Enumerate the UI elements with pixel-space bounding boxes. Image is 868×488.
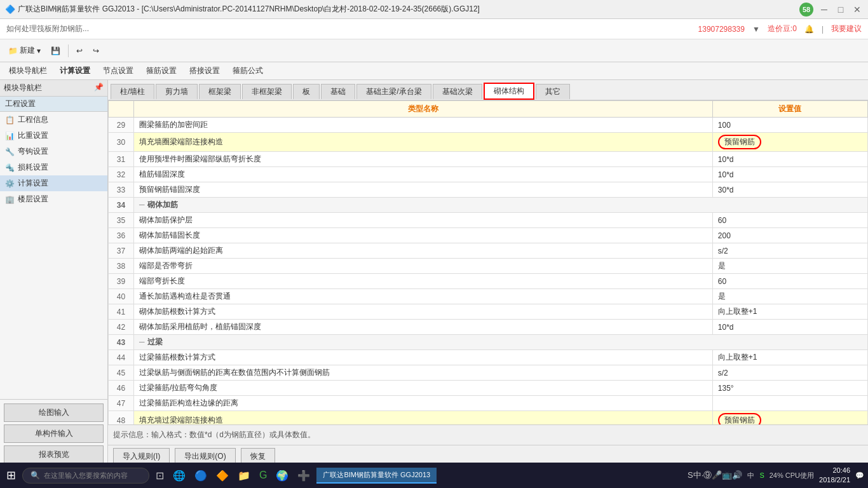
report-preview-button[interactable]: 报表预览 (4, 445, 104, 464)
notification-text: 如何处理筏板附加钢筋... (6, 24, 89, 34)
col-value-header: 设置值 (712, 101, 867, 118)
start-button[interactable]: ⊞ (4, 466, 18, 485)
row-id: 38 (109, 259, 134, 274)
table-row: 44 过梁箍筋根数计算方式 向上取整+1 (109, 350, 868, 365)
tab-column[interactable]: 柱/墙柱 (111, 84, 154, 99)
row-id: 34 (109, 198, 134, 213)
row-name: 砌体加筋保护层 (134, 213, 713, 228)
tab-non-frame-beam[interactable]: 非框架梁 (242, 84, 292, 99)
floor-icon: 🏢 (5, 195, 15, 204)
menu-stirrup-settings[interactable]: 箍筋设置 (140, 63, 183, 79)
row-value[interactable]: s/2 (712, 243, 867, 259)
project-info-icon: 📋 (5, 116, 15, 125)
save-icon: 💾 (51, 46, 60, 55)
row-id: 36 (109, 228, 134, 243)
sidebar-item-label: 计算设置 (18, 178, 48, 189)
new-button[interactable]: 📁 新建 ▾ (4, 42, 45, 60)
row-value[interactable]: 100 (712, 118, 867, 133)
tab-foundation-main-beam[interactable]: 基础主梁/承台梁 (356, 84, 431, 99)
minimize-button[interactable]: ─ (818, 4, 830, 15)
row-value[interactable]: 10*d (712, 167, 867, 182)
row-value[interactable]: 是 (712, 259, 867, 274)
tab-foundation[interactable]: 基础 (321, 84, 355, 99)
taskbar-edge-icon[interactable]: 🌐 (170, 467, 188, 484)
menu-stirrup-formula[interactable]: 箍筋公式 (226, 63, 269, 79)
tab-masonry-structure[interactable]: 砌体结构 (484, 83, 534, 100)
sidebar-item-project-info[interactable]: 📋 工程信息 (0, 112, 107, 128)
maximize-button[interactable]: □ (835, 4, 846, 15)
menu-module-nav[interactable]: 模块导航栏 (3, 63, 53, 79)
row-name: 使用预埋件时圈梁端部纵筋弯折长度 (134, 152, 713, 167)
row-name: 填充墙圈梁端部连接构造 (134, 133, 713, 152)
menu-bar: 模块导航栏 计算设置 节点设置 箍筋设置 搭接设置 箍筋公式 (0, 62, 868, 80)
taskbar-search[interactable]: 🔍 在这里输入您要搜索的内容 (22, 468, 149, 484)
sidebar-item-calc-settings[interactable]: ⚙️ 计算设置 (0, 175, 107, 191)
taskbar-folder-icon[interactable]: 📁 (235, 467, 253, 484)
taskbar: ⊞ 🔍 在这里输入您要搜索的内容 ⊡ 🌐 🔵 🔶 📁 G 🌍 ➕ 广联达BIM钢… (0, 463, 868, 488)
notifications-icon[interactable]: 💬 (855, 471, 864, 480)
task-view-icon[interactable]: ⊡ (153, 467, 166, 484)
table-row: 47 过梁箍筋距构造柱边缘的距离 (109, 396, 868, 411)
redo-button[interactable]: ↪ (88, 42, 104, 60)
row-name: 通长加筋遇构造柱是否贯通 (134, 289, 713, 304)
sidebar-item-loss-settings[interactable]: 🔩 损耗设置 (0, 159, 107, 175)
menu-calc-settings[interactable]: 计算设置 (53, 63, 97, 79)
row-value[interactable]: 是 (712, 289, 867, 304)
sidebar-pin-icon[interactable]: 📌 (94, 83, 104, 93)
row-value[interactable]: 60 (712, 213, 867, 228)
table-row: 39 端部弯折长度 60 (109, 274, 868, 289)
row-value[interactable]: 10*d (712, 152, 867, 167)
save-button[interactable]: 💾 (46, 42, 65, 60)
row-value[interactable]: 向上取整+1 (712, 304, 867, 320)
tab-shearwall[interactable]: 剪力墙 (156, 84, 198, 99)
taskbar-plus-icon[interactable]: ➕ (295, 467, 313, 484)
cpu-usage: 24% CPU使用 (770, 471, 814, 480)
row-value[interactable]: 向上取整+1 (712, 350, 867, 365)
sidebar-bottom-buttons: 绘图输入 单构件输入 报表预览 (0, 399, 107, 468)
tab-foundation-secondary-beam[interactable]: 基础次梁 (433, 84, 482, 99)
sidebar-item-floor-settings[interactable]: 🏢 楼层设置 (0, 191, 107, 207)
table-row: 35 砌体加筋保护层 60 (109, 213, 868, 228)
row-value[interactable]: 预留钢筋 (712, 133, 867, 152)
sidebar-item-hook-settings[interactable]: 🔧 弯钩设置 (0, 144, 107, 159)
taskbar-app-ggj[interactable]: 广联达BIM钢筋算量软件 GGJ2013 (316, 468, 437, 484)
row-value[interactable]: 60 (712, 274, 867, 289)
drawing-input-button[interactable]: 绘图输入 (4, 403, 104, 422)
calc-tabs: 柱/墙柱 剪力墙 框架梁 非框架梁 板 基础 基础主梁/承台梁 基础次梁 砌体结… (108, 80, 868, 100)
row-value[interactable] (712, 396, 867, 411)
row-name: 圈梁箍筋的加密间距 (134, 118, 713, 133)
undo-button[interactable]: ↩ (72, 42, 87, 60)
row-id: 29 (109, 118, 134, 133)
taskbar-ie2-icon[interactable]: 🔶 (214, 467, 231, 484)
row-value[interactable]: 预留钢筋 (712, 411, 867, 425)
taskbar-g-icon[interactable]: G (257, 467, 269, 484)
weight-icon: 📊 (5, 132, 15, 140)
tab-slab[interactable]: 板 (293, 84, 320, 99)
menu-splice-settings[interactable]: 搭接设置 (183, 63, 226, 79)
suggest-link[interactable]: 我要建议 (831, 24, 862, 34)
tab-frame-beam[interactable]: 框架梁 (199, 84, 241, 99)
close-button[interactable]: ✕ (851, 4, 863, 15)
taskbar-ie-icon[interactable]: 🔵 (192, 467, 210, 484)
row-name: 过梁箍筋根数计算方式 (134, 350, 713, 365)
main-layout: 模块导航栏 📌 工程设置 📋 工程信息 📊 比重设置 🔧 弯钩设置 🔩 损耗设置… (0, 80, 868, 468)
antivirus-icon: S (759, 471, 764, 479)
row-id: 30 (109, 133, 134, 152)
row-name: 预留钢筋锚固深度 (134, 182, 713, 198)
row-name: 植筋锚固深度 (134, 167, 713, 182)
menu-node-settings[interactable]: 节点设置 (97, 63, 140, 79)
content-area: 柱/墙柱 剪力墙 框架梁 非框架梁 板 基础 基础主梁/承台梁 基础次梁 砌体结… (108, 80, 868, 468)
bell-icon: 🔔 (804, 25, 814, 34)
row-value[interactable]: 135° (712, 381, 867, 396)
row-name: 端部弯折长度 (134, 274, 713, 289)
tab-other[interactable]: 其它 (536, 84, 570, 99)
component-input-button[interactable]: 单构件输入 (4, 424, 104, 443)
search-placeholder: 在这里输入您要搜索的内容 (44, 471, 128, 480)
row-value[interactable]: 10*d (712, 320, 867, 335)
row-value[interactable]: s/2 (712, 365, 867, 381)
sidebar-item-weight-settings[interactable]: 📊 比重设置 (0, 128, 107, 144)
row-value[interactable]: 200 (712, 228, 867, 243)
row-value[interactable]: 30*d (712, 182, 867, 198)
table-row: 40 通长加筋遇构造柱是否贯通 是 (109, 289, 868, 304)
taskbar-globe-icon[interactable]: 🌍 (273, 467, 291, 484)
